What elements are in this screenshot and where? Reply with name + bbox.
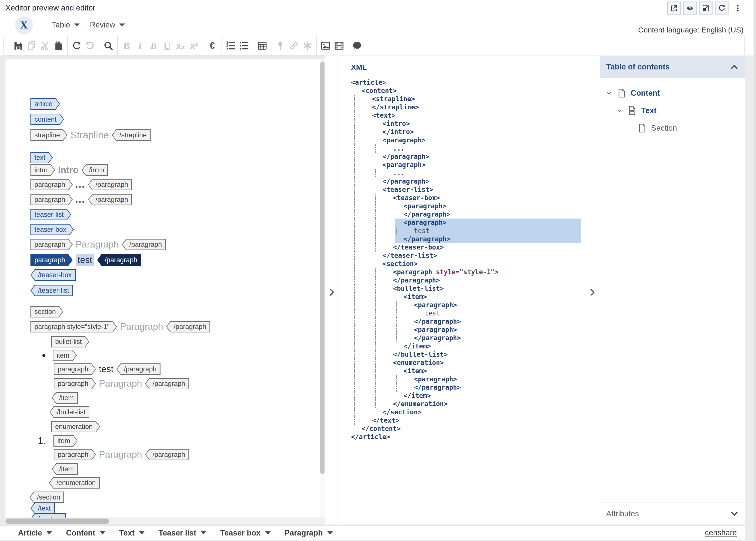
opening-tag-pill[interactable]: bullet-list [51,336,89,347]
closing-tag-pill[interactable]: /paragraph [166,321,210,332]
toc-header[interactable]: Table of contents [600,56,745,78]
opening-tag-pill[interactable]: paragraph [31,239,73,250]
euro-button[interactable]: € [205,38,219,54]
opening-tag-pill[interactable]: content [31,114,64,125]
ordered-list-button[interactable]: 123 [224,38,237,54]
selected-text[interactable]: test [76,254,94,266]
closing-tag-pill[interactable]: /paragraph [88,179,132,190]
xml-line: ... [351,169,591,177]
refresh-icon[interactable] [715,1,728,15]
closing-tag-pill[interactable]: /paragraph [145,449,189,460]
paste-button[interactable] [52,38,65,54]
path-dropdown-teaser-box[interactable]: Teaser box [220,529,270,538]
cut-button[interactable] [38,38,52,54]
opening-tag-pill[interactable]: paragraph [31,254,73,266]
chevron-down-icon[interactable] [605,89,613,97]
preview-eye-icon[interactable] [683,1,696,15]
closing-tag-pill[interactable]: /teaser-box [31,269,76,281]
undo-button[interactable] [70,38,83,54]
indent-guide [375,144,376,153]
indent-guide [354,252,355,260]
superscript-button[interactable]: x² [187,38,201,54]
closing-tag-pill[interactable]: /paragraph [145,378,189,389]
collapse-left-panel-button[interactable] [327,287,337,297]
opening-tag-pill[interactable]: teaser-box [31,224,74,235]
open-external-icon[interactable] [667,1,680,15]
closing-tag-pill[interactable]: /text [31,503,55,514]
closing-tag-pill[interactable]: /paragraph [88,194,132,205]
link-button[interactable] [287,38,301,54]
opening-tag-pill[interactable]: article [31,98,60,110]
path-dropdown-label: Teaser box [220,529,260,538]
table-button[interactable] [255,38,269,54]
closing-tag-pill[interactable]: /paragraph [117,363,160,375]
unordered-list-button[interactable] [237,38,251,54]
path-dropdown-teaser-list[interactable]: Teaser list [158,529,206,538]
closing-tag-pill[interactable]: /paragraph [122,239,166,250]
path-dropdown-text[interactable]: Text [119,529,144,538]
kebab-menu-icon[interactable] [734,4,742,12]
footnote-button[interactable] [301,38,314,54]
comment-button[interactable] [351,38,364,54]
save-button[interactable] [11,38,25,54]
bold-italic-button[interactable]: B [147,38,160,54]
closing-tag-pill[interactable]: /content [31,513,66,518]
menu-review[interactable]: Review [90,20,125,29]
closing-tag-pill[interactable]: /bullet-list [49,406,89,418]
anchor-button[interactable] [274,38,287,54]
opening-tag-pill[interactable]: teaser-list [31,209,71,220]
visual-editor-panel[interactable]: articlecontentstraplineStrapline/strapli… [5,59,325,518]
opening-tag-pill[interactable]: item [53,435,78,447]
resize-window-icon[interactable] [699,1,712,15]
opening-tag-pill[interactable]: paragraph [54,363,96,375]
chevron-down-icon[interactable] [730,509,739,518]
redo-button[interactable] [83,38,97,54]
opening-tag-pill[interactable]: paragraph [31,179,73,190]
closing-tag-pill[interactable]: /strapline [112,129,151,141]
closing-tag-pill[interactable]: /item [52,463,78,475]
closing-tag-pill[interactable]: /item [52,392,78,404]
toc-item-text[interactable]: Text [616,105,656,116]
closing-tag-pill[interactable]: /teaser-list [31,285,73,296]
chevron-down-icon[interactable] [616,107,623,114]
toc-item-section[interactable]: Section [637,122,677,134]
opening-tag-pill[interactable]: intro [31,164,55,176]
chevron-up-icon[interactable] [730,62,739,71]
path-dropdown-label: Text [119,529,134,538]
vertical-scrollbar-thumb[interactable] [320,61,325,474]
underline-button[interactable]: U [160,38,174,54]
opening-tag-pill[interactable]: section [31,306,63,317]
opening-tag-pill[interactable]: enumeration [51,421,100,432]
opening-tag-pill[interactable]: text [31,152,53,163]
xml-source-panel[interactable]: XML <article><content><strapline></strap… [338,55,598,525]
video-button[interactable] [332,38,346,54]
opening-tag-pill[interactable]: paragraph style="style-1" [31,321,117,332]
xml-line: <paragraph> [351,161,591,169]
closing-tag-pill[interactable]: /section [29,492,64,503]
opening-tag-pill[interactable]: paragraph [54,449,96,460]
path-dropdown-article[interactable]: Article [18,529,52,538]
path-dropdown-content[interactable]: Content [66,529,105,538]
subscript-button[interactable]: x₂ [174,38,187,54]
closing-tag-pill[interactable]: /intro [82,164,108,176]
horizontal-scrollbar-thumb[interactable] [5,519,109,524]
opening-tag-pill[interactable]: strapline [31,129,67,141]
image-button[interactable] [319,38,332,54]
editor-row: •item [42,350,77,361]
closing-tag-pill[interactable]: /paragraph [97,254,141,266]
copy-button[interactable] [25,38,38,54]
opening-tag-pill[interactable]: item [53,350,77,361]
closing-tag-pill[interactable]: /enumeration [49,477,100,489]
search-button[interactable] [102,38,115,54]
menu-table[interactable]: Table [52,20,80,29]
toc-item-content[interactable]: Content [605,87,660,99]
opening-tag-pill[interactable]: paragraph [31,194,73,205]
opening-tag-pill[interactable]: paragraph [54,378,96,389]
path-dropdown-label: Teaser list [158,529,196,538]
italic-button[interactable]: I [133,38,147,54]
path-dropdown-paragraph[interactable]: Paragraph [285,529,333,538]
bold-button[interactable]: B [120,38,133,54]
censhare-brand-link[interactable]: censhare [705,528,737,537]
text-content[interactable]: test [99,364,113,374]
attributes-header[interactable]: Attributes [600,503,745,525]
